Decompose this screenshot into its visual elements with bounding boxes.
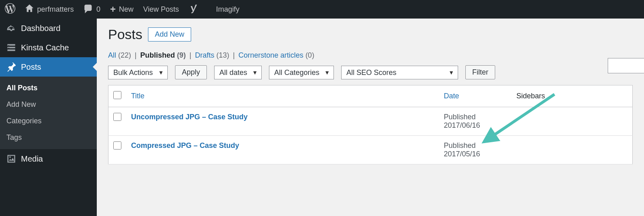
column-date[interactable]: Date [439,85,512,107]
dashboard-icon [6,23,16,33]
yoast-icon [189,4,198,15]
post-date: 2017/05/16 [444,150,480,158]
admin-toolbar: perfmatters 0 + New View Posts Imagify [0,0,644,19]
media-icon [6,154,16,164]
post-status: Published [444,113,476,121]
imagify-link[interactable]: Imagify [211,0,244,19]
table-nav: Bulk Actions ▼ Apply All dates ▼ All Cat… [108,65,633,79]
yoast-link[interactable] [184,0,203,19]
admin-sidebar: Dashboard Kinsta Cache Posts All Posts A… [0,19,97,216]
sidebar-item-media[interactable]: Media [0,149,97,168]
post-date: 2017/06/16 [444,121,480,129]
new-content-link[interactable]: + New [105,0,138,19]
filter-all[interactable]: All (22) [108,51,131,59]
site-home-link[interactable]: perfmatters [20,0,79,19]
seo-scores-select[interactable]: All SEO Scores ▼ [341,66,458,79]
filter-published[interactable]: Published (9) [140,51,186,59]
wp-logo[interactable] [0,0,20,19]
filter-drafts[interactable]: Drafts (13) [195,51,229,59]
view-posts-link[interactable]: View Posts [138,0,184,19]
row-checkbox[interactable] [113,141,121,150]
sidebar-item-dashboard[interactable]: Dashboard [0,19,97,38]
table-row: Uncompressed JPG – Case Study Published … [108,107,633,136]
plus-icon: + [110,4,116,15]
post-title-link[interactable]: Uncompressed JPG – Case Study [131,113,248,121]
sidebar-item-kinsta[interactable]: Kinsta Cache [0,38,97,57]
apply-button[interactable]: Apply [175,65,207,79]
bulk-actions-select[interactable]: Bulk Actions ▼ [108,66,168,79]
comment-icon [83,4,93,15]
submenu-categories[interactable]: Categories [0,113,97,129]
dates-select[interactable]: All dates ▼ [214,66,262,79]
add-new-button[interactable]: Add New [148,27,191,42]
main-content: Posts Add New All (22) | Published (9) |… [97,19,644,216]
select-all-checkbox[interactable] [113,91,121,99]
database-icon [6,43,16,52]
filter-cornerstone[interactable]: Cornerstone articles (0) [238,51,314,59]
site-name: perfmatters [37,5,74,14]
submenu-add-new[interactable]: Add New [0,96,97,113]
comment-count: 0 [96,5,100,14]
new-label: New [119,5,133,14]
post-title-link[interactable]: Compressed JPG – Case Study [131,141,239,150]
categories-select[interactable]: All Categories ▼ [269,66,334,79]
page-heading: Posts Add New [108,27,633,42]
comments-link[interactable]: 0 [79,0,105,19]
pin-icon [6,62,16,72]
posts-table: Title Date Sidebars Uncompressed JPG – C… [108,85,633,164]
submenu-all-posts[interactable]: All Posts [0,80,97,96]
status-filter-links: All (22) | Published (9) | Drafts (13) |… [108,51,633,60]
posts-submenu: All Posts Add New Categories Tags [0,77,97,149]
home-icon [25,4,34,15]
filter-button[interactable]: Filter [465,65,495,79]
sidebar-item-posts[interactable]: Posts [0,57,97,77]
page-title: Posts [108,27,142,42]
row-checkbox[interactable] [113,113,121,121]
search-input[interactable] [608,58,644,73]
column-title[interactable]: Title [126,85,439,107]
wordpress-icon [5,3,15,16]
column-sidebars: Sidebars [512,85,633,107]
post-status: Published [444,141,476,150]
table-row: Compressed JPG – Case Study Published 20… [108,136,633,164]
submenu-tags[interactable]: Tags [0,129,97,146]
